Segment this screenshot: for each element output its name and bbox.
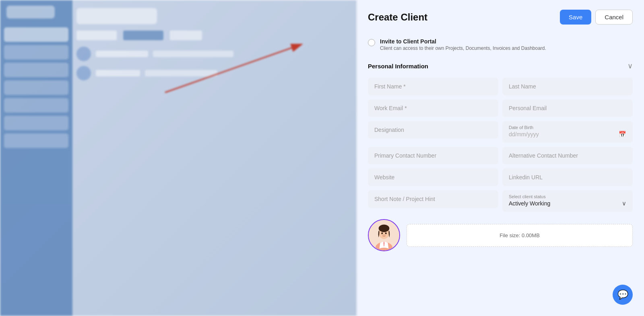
background-panel bbox=[0, 0, 357, 316]
invite-description: Client can access to their own Projects,… bbox=[380, 45, 546, 51]
sidebar-item-1 bbox=[4, 27, 68, 42]
svg-point-6 bbox=[381, 232, 383, 234]
panel-header: Create Client Save Cancel bbox=[357, 0, 644, 33]
client-status-field[interactable]: Select client status Actively Working ∨ bbox=[502, 190, 633, 212]
first-name-input[interactable] bbox=[368, 78, 498, 95]
alt-contact-input[interactable] bbox=[502, 147, 633, 164]
sidebar-item-5 bbox=[4, 98, 68, 113]
designation-input[interactable] bbox=[368, 121, 498, 139]
create-client-panel: Create Client Save Cancel Invite to Clie… bbox=[357, 0, 644, 316]
select-status-label: Select client status bbox=[509, 194, 626, 199]
arrow-indicator bbox=[141, 32, 322, 113]
personal-email-input[interactable] bbox=[502, 99, 633, 117]
svg-line-1 bbox=[165, 44, 302, 92]
calendar-icon: 📅 bbox=[619, 131, 626, 138]
panel-title: Create Client bbox=[368, 12, 427, 23]
alt-contact-field bbox=[502, 147, 633, 164]
status-text: Actively Working bbox=[509, 200, 550, 207]
date-of-birth-value: dd/mm/yyyy 📅 bbox=[509, 131, 626, 138]
chevron-down-icon: ∨ bbox=[622, 200, 626, 207]
sidebar-item-7 bbox=[4, 133, 68, 148]
select-status-value: Actively Working ∨ bbox=[509, 200, 626, 207]
website-field bbox=[368, 168, 498, 186]
header-buttons: Save Cancel bbox=[560, 10, 633, 25]
invite-checkbox[interactable] bbox=[368, 39, 375, 46]
sidebar-item-6 bbox=[4, 116, 68, 130]
avatar-image bbox=[369, 220, 399, 250]
content-header bbox=[76, 8, 157, 24]
upload-box[interactable]: File size: 0.00MB bbox=[407, 224, 633, 247]
avatar-circle bbox=[368, 219, 400, 251]
date-of-birth-field[interactable]: Date of Birth dd/mm/yyyy 📅 bbox=[502, 121, 633, 143]
sidebar-item-2 bbox=[4, 45, 68, 60]
linkedin-field bbox=[502, 168, 633, 186]
invite-section: Invite to Client Portal Client can acces… bbox=[357, 33, 644, 57]
primary-contact-input[interactable] bbox=[368, 147, 498, 164]
personal-email-field bbox=[502, 99, 633, 117]
website-input[interactable] bbox=[368, 168, 498, 186]
invite-text: Invite to Client Portal Client can acces… bbox=[380, 38, 546, 51]
personal-info-header: Personal Information ∨ bbox=[357, 57, 644, 74]
work-email-field bbox=[368, 99, 498, 117]
chat-icon: 💬 bbox=[617, 289, 628, 300]
chevron-icon[interactable]: ∨ bbox=[627, 62, 633, 70]
last-name-field bbox=[502, 78, 633, 95]
upload-section: File size: 0.00MB bbox=[357, 215, 644, 259]
cancel-button[interactable]: Cancel bbox=[595, 10, 633, 25]
work-email-input[interactable] bbox=[368, 99, 498, 117]
last-name-input[interactable] bbox=[502, 78, 633, 95]
linkedin-input[interactable] bbox=[502, 168, 633, 186]
svg-point-7 bbox=[385, 232, 387, 234]
designation-field bbox=[368, 121, 498, 143]
file-size-text: File size: 0.00MB bbox=[500, 232, 540, 238]
date-placeholder: dd/mm/yyyy bbox=[509, 131, 539, 137]
sidebar bbox=[0, 0, 72, 316]
date-of-birth-label: Date of Birth bbox=[509, 125, 626, 130]
sidebar-item-3 bbox=[4, 63, 68, 77]
sidebar-item-4 bbox=[4, 80, 68, 95]
chat-button[interactable]: 💬 bbox=[613, 285, 633, 305]
form-grid: Date of Birth dd/mm/yyyy 📅 Selec bbox=[357, 74, 644, 215]
save-button[interactable]: Save bbox=[560, 10, 591, 25]
first-name-field bbox=[368, 78, 498, 95]
section-title: Personal Information bbox=[368, 63, 428, 70]
short-note-input[interactable] bbox=[368, 190, 498, 208]
short-note-field bbox=[368, 190, 498, 212]
svg-point-5 bbox=[379, 224, 390, 232]
invite-title: Invite to Client Portal bbox=[380, 38, 546, 45]
primary-contact-field bbox=[368, 147, 498, 164]
